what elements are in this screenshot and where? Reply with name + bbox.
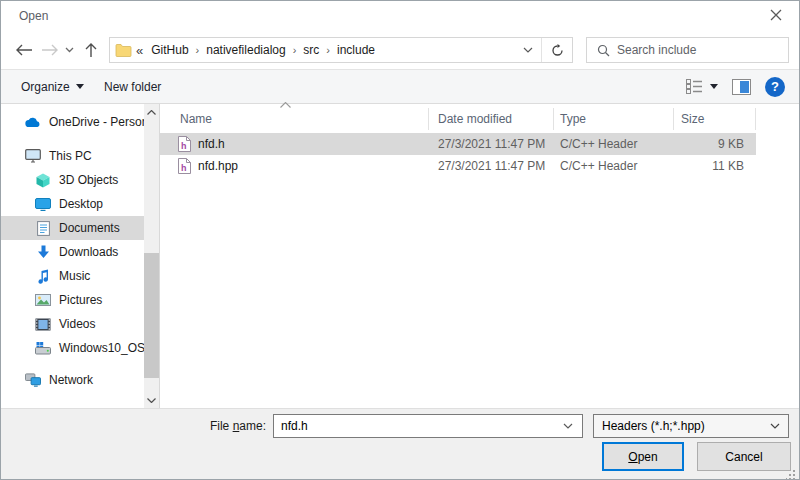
dialog-title: Open <box>19 9 48 23</box>
file-name-input[interactable] <box>274 415 554 437</box>
column-header-date-modified[interactable]: Date modified <box>429 108 554 130</box>
breadcrumb: « GitHub › nativefiledialog › src › incl… <box>132 38 514 62</box>
main-area: OneDrive - Person This PC 3D Objects Des… <box>1 104 799 408</box>
sidebar-item-downloads[interactable]: Downloads <box>1 240 144 264</box>
chevron-down-icon <box>710 84 718 89</box>
change-view-button[interactable] <box>686 79 718 94</box>
refresh-button[interactable] <box>542 38 572 62</box>
breadcrumb-item-include[interactable]: include <box>331 38 381 62</box>
file-size: 9 KB <box>674 137 756 151</box>
folder-icon <box>115 43 132 57</box>
sidebar-item-3d-objects[interactable]: 3D Objects <box>1 168 144 192</box>
file-row-nfd-hpp[interactable]: h nfd.hpp 27/3/2021 11:47 PM C/C++ Heade… <box>160 155 756 177</box>
open-button[interactable]: Open <box>602 442 684 471</box>
forward-arrow-icon <box>41 44 59 56</box>
chevron-down-icon <box>523 47 533 53</box>
up-button[interactable] <box>80 40 102 60</box>
new-folder-label: New folder <box>104 80 161 94</box>
sidebar-item-label: Desktop <box>59 197 103 211</box>
preview-pane-button[interactable] <box>732 79 751 95</box>
address-dropdown-button[interactable] <box>514 38 542 62</box>
sidebar-item-label: This PC <box>49 149 92 163</box>
file-list-pane: Name Date modified Type Size h nfd.h 27/… <box>159 104 800 408</box>
column-header-name[interactable]: Name <box>160 108 429 130</box>
download-arrow-icon <box>35 244 51 260</box>
film-strip-icon <box>35 316 51 332</box>
navigation-sidebar: OneDrive - Person This PC 3D Objects Des… <box>1 104 144 408</box>
help-button[interactable]: ? <box>765 77 785 97</box>
sidebar-item-pictures[interactable]: Pictures <box>1 288 144 312</box>
details-view-icon <box>686 79 703 94</box>
recent-locations-button[interactable] <box>61 40 77 60</box>
file-date: 27/3/2021 11:47 PM <box>429 159 554 173</box>
breadcrumb-overflow[interactable]: « <box>132 43 145 58</box>
help-icon: ? <box>771 79 779 94</box>
sidebar-item-videos[interactable]: Videos <box>1 312 144 336</box>
sidebar-item-label: Windows10_OS ( <box>59 341 144 355</box>
onedrive-cloud-icon <box>25 114 41 130</box>
sidebar-item-label: OneDrive - Person <box>49 115 144 129</box>
scroll-down-icon[interactable] <box>144 392 159 408</box>
file-name: nfd.h <box>198 137 225 151</box>
column-header-size[interactable]: Size <box>674 108 756 130</box>
back-arrow-icon <box>15 44 33 56</box>
new-folder-button[interactable]: New folder <box>96 70 169 103</box>
sidebar-item-network[interactable]: Network <box>1 368 144 392</box>
view-controls: ? <box>686 70 785 103</box>
sidebar-item-documents[interactable]: Documents <box>1 216 144 240</box>
computer-monitor-icon <box>25 148 41 164</box>
file-type-dropdown[interactable]: Headers (*.h;*.hpp) <box>593 414 789 438</box>
sidebar-scrollbar[interactable] <box>144 104 159 408</box>
organize-label: Organize <box>21 80 70 94</box>
file-size: 11 KB <box>674 159 756 173</box>
address-bar: « GitHub › nativefiledialog › src › incl… <box>109 37 573 63</box>
forward-button[interactable] <box>39 40 61 60</box>
close-button[interactable] <box>759 2 793 28</box>
chevron-down-icon <box>65 47 74 53</box>
svg-text:h: h <box>181 141 187 151</box>
file-type-value: Headers (*.h;*.hpp) <box>602 419 705 433</box>
column-headers: Name Date modified Type Size <box>160 106 756 132</box>
sidebar-item-label: 3D Objects <box>59 173 118 187</box>
column-header-type[interactable]: Type <box>554 108 674 130</box>
sidebar-item-label: Documents <box>59 221 120 235</box>
cancel-button[interactable]: Cancel <box>697 442 791 471</box>
resize-grip-icon[interactable] <box>786 469 796 479</box>
back-button[interactable] <box>13 40 35 60</box>
picture-icon <box>35 292 51 308</box>
header-file-icon: h <box>178 158 191 174</box>
file-name: nfd.hpp <box>198 159 238 173</box>
document-icon <box>35 220 51 236</box>
command-toolbar: Organize New folder ? <box>1 69 799 104</box>
breadcrumb-item-nativefiledialog[interactable]: nativefiledialog <box>200 38 291 62</box>
up-arrow-icon <box>85 42 97 58</box>
3d-cube-icon <box>35 172 51 188</box>
sidebar-item-onedrive[interactable]: OneDrive - Person <box>1 110 144 134</box>
search-input[interactable] <box>617 38 788 62</box>
svg-text:h: h <box>181 163 187 173</box>
file-type: C/C++ Header <box>554 159 674 173</box>
search-icon <box>587 44 617 57</box>
navigation-bar: « GitHub › nativefiledialog › src › incl… <box>1 31 799 69</box>
sidebar-item-music[interactable]: Music <box>1 264 144 288</box>
sidebar-item-desktop[interactable]: Desktop <box>1 192 144 216</box>
network-computers-icon <box>25 372 41 388</box>
organize-button[interactable]: Organize <box>13 70 92 103</box>
sidebar-item-label: Videos <box>59 317 95 331</box>
sidebar-item-this-pc[interactable]: This PC <box>1 144 144 168</box>
chevron-down-icon[interactable] <box>554 423 582 429</box>
scroll-up-icon[interactable] <box>144 104 159 120</box>
breadcrumb-item-github[interactable]: GitHub <box>145 38 194 62</box>
file-name-label: File name: <box>121 419 266 433</box>
close-icon <box>770 9 782 21</box>
chevron-down-icon <box>76 84 84 89</box>
file-row-nfd-h[interactable]: h nfd.h 27/3/2021 11:47 PM C/C++ Header … <box>160 133 756 155</box>
breadcrumb-item-src[interactable]: src <box>297 38 325 62</box>
music-note-icon <box>35 268 51 284</box>
header-file-icon: h <box>178 136 191 152</box>
scrollbar-thumb[interactable] <box>144 253 159 378</box>
sidebar-item-windows10-os[interactable]: Windows10_OS ( <box>1 336 144 360</box>
footer-panel: File name: Headers (*.h;*.hpp) Open Canc… <box>1 408 799 480</box>
file-type: C/C++ Header <box>554 137 674 151</box>
hard-drive-icon <box>35 340 51 356</box>
